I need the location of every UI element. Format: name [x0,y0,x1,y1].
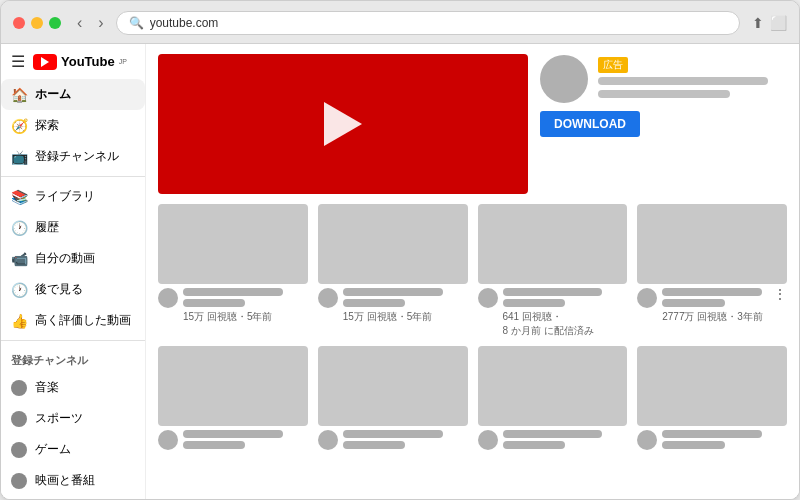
ad-top: 広告 [540,54,787,103]
sidebar-item-home[interactable]: 🏠 ホーム [1,79,145,110]
video-title-bar-3b [503,299,565,307]
video-thumbnail-1 [158,204,308,284]
play-button-icon [324,102,362,146]
video-meta-1: 15万 回視聴・5年前 [158,288,308,324]
video-info-4: 2777万 回視聴・3年前 [662,288,787,324]
video-card-8[interactable] [637,346,787,452]
video-title-bar-7 [503,430,603,438]
sidebar: ☰ YouTubeJP 🏠 ホーム 🧭 探索 📺 登録チャンネル [1,44,146,499]
video-stats-1: 15万 回視聴・5年前 [183,310,308,324]
sidebar-item-movies[interactable]: 映画と番組 [1,465,145,496]
video-avatar-2 [318,288,338,308]
browser-titlebar: ‹ › 🔍 ⬆ ⬜ [1,1,799,44]
youtube-logo[interactable]: YouTubeJP [33,54,127,70]
subscriptions-section-title: 登録チャンネル [1,345,145,372]
subscriptions-icon: 📺 [11,149,27,165]
video-card-4[interactable]: ⋮ 2777万 回視聴・3年前 [637,204,787,338]
video-title-bar-7b [503,441,565,449]
minimize-button[interactable] [31,17,43,29]
video-row-2 [158,346,787,452]
ad-text-line-2 [598,90,730,98]
youtube-container: ☰ YouTubeJP 🏠 ホーム 🧭 探索 📺 登録チャンネル [1,44,799,499]
featured-video[interactable] [158,54,528,194]
divider-2 [1,340,145,341]
video-avatar-7 [478,430,498,450]
video-card-6[interactable] [318,346,468,452]
featured-section: 広告 DOWNLOAD [146,44,799,204]
video-info-2: 15万 回視聴・5年前 [343,288,468,324]
sidebar-item-liked-label: 高く評価した動画 [35,312,131,329]
watch-later-icon: 🕐 [11,282,27,298]
video-row-1: 15万 回視聴・5年前 15万 回視聴・5年前 [158,204,787,338]
video-thumbnail-7 [478,346,628,426]
sidebar-item-my-videos[interactable]: 📹 自分の動画 [1,243,145,274]
sidebar-item-games[interactable]: ゲーム [1,434,145,465]
sidebar-item-liked[interactable]: 👍 高く評価した動画 [1,305,145,336]
hamburger-icon[interactable]: ☰ [11,52,25,71]
sidebar-item-subscriptions[interactable]: 📺 登録チャンネル [1,141,145,172]
sidebar-item-history[interactable]: 🕐 履歴 [1,212,145,243]
games-channel-icon [11,442,27,458]
video-info-6 [343,430,468,452]
sidebar-item-library[interactable]: 📚 ライブラリ [1,181,145,212]
library-icon: 📚 [11,189,27,205]
forward-button[interactable]: › [94,12,107,34]
movies-channel-icon [11,473,27,489]
ad-panel: 広告 DOWNLOAD [540,54,787,194]
video-thumbnail-5 [158,346,308,426]
address-input[interactable] [150,16,727,30]
video-title-bar-5b [183,441,245,449]
sidebar-item-music[interactable]: 音楽 [1,372,145,403]
video-meta-7 [478,430,628,452]
share-button[interactable]: ⬆ [752,15,764,31]
video-meta-4: 2777万 回視聴・3年前 [637,288,787,324]
video-thumbnail-6 [318,346,468,426]
video-meta-3: 641 回視聴・ 8 か月前 に配信済み [478,288,628,338]
close-button[interactable] [13,17,25,29]
video-title-bar-8b [662,441,724,449]
video-avatar-5 [158,430,178,450]
browser-actions: ⬆ ⬜ [752,15,787,31]
more-options-icon[interactable]: ⋮ [773,286,787,302]
sidebar-item-watch-later[interactable]: 🕐 後で見る [1,274,145,305]
sidebar-item-music-label: 音楽 [35,379,59,396]
back-button[interactable]: ‹ [73,12,86,34]
video-card-1[interactable]: 15万 回視聴・5年前 [158,204,308,338]
tabs-button[interactable]: ⬜ [770,15,787,31]
video-thumbnail-2 [318,204,468,284]
video-card-2[interactable]: 15万 回視聴・5年前 [318,204,468,338]
address-bar[interactable]: 🔍 [116,11,740,35]
video-card-5[interactable] [158,346,308,452]
video-info-7 [503,430,628,452]
sidebar-item-my-videos-label: 自分の動画 [35,250,95,267]
sidebar-item-explore-label: 探索 [35,117,59,134]
video-card-3[interactable]: 641 回視聴・ 8 か月前 に配信済み [478,204,628,338]
video-title-bar-2 [343,288,443,296]
video-title-bar-1 [183,288,283,296]
video-thumbnail-8 [637,346,787,426]
explore-icon: 🧭 [11,118,27,134]
divider-1 [1,176,145,177]
video-info-8 [662,430,787,452]
sidebar-item-movies-label: 映画と番組 [35,472,95,489]
video-meta-6 [318,430,468,452]
traffic-lights [13,17,61,29]
sidebar-item-subscriptions-label: 登録チャンネル [35,148,119,165]
video-meta-2: 15万 回視聴・5年前 [318,288,468,324]
video-info-5 [183,430,308,452]
download-button[interactable]: DOWNLOAD [540,111,640,137]
sidebar-item-history-label: 履歴 [35,219,59,236]
music-channel-icon [11,380,27,396]
video-info-1: 15万 回視聴・5年前 [183,288,308,324]
video-title-bar-2b [343,299,405,307]
sidebar-item-explore[interactable]: 🧭 探索 [1,110,145,141]
sidebar-item-home-label: ホーム [35,86,71,103]
video-title-bar-4 [662,288,762,296]
sports-channel-icon [11,411,27,427]
fullscreen-button[interactable] [49,17,61,29]
sidebar-item-sports[interactable]: スポーツ [1,403,145,434]
search-icon: 🔍 [129,16,144,30]
video-avatar-4 [637,288,657,308]
video-title-bar-8 [662,430,762,438]
video-card-7[interactable] [478,346,628,452]
